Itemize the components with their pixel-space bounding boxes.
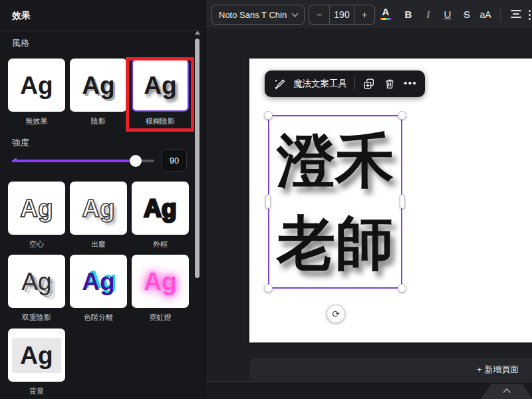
more-options-button[interactable]: ••• <box>404 77 417 91</box>
effect-tile-none[interactable]: Ag 無效果 <box>8 59 65 126</box>
effect-tile-neon-preview[interactable]: Ag <box>132 255 189 308</box>
panel-scrollbar[interactable] <box>194 29 200 388</box>
resize-handle-bottom-left[interactable] <box>264 284 273 293</box>
effect-tile-splice-preview[interactable]: Ag <box>70 182 127 235</box>
add-page-label: + 新增頁面 <box>477 364 519 376</box>
add-page-button[interactable]: + 新增頁面 <box>249 358 532 380</box>
canvas-text-line2: 老師 <box>277 202 394 285</box>
font-size-decrease-button[interactable]: − <box>309 5 329 24</box>
font-family-selector[interactable]: Noto Sans T Chin... <box>211 5 305 25</box>
effect-sample-text: Ag <box>144 196 176 221</box>
style-row-3: Ag 双重陰影 Ag 色階分離 Ag 霓虹燈 <box>8 255 189 323</box>
font-size-increase-button[interactable]: + <box>354 5 374 24</box>
strikethrough-button[interactable]: S <box>458 5 476 25</box>
chevron-down-icon <box>292 11 299 17</box>
effect-tile-label: 外框 <box>153 239 168 249</box>
effect-tile-outline-preview[interactable]: Ag <box>132 182 189 235</box>
effect-sample-text: Ag <box>82 269 114 294</box>
effect-tile-splice[interactable]: Ag 出竅 <box>70 182 127 249</box>
text-color-icon: A <box>376 7 395 17</box>
effect-tile-label: 空心 <box>29 239 44 249</box>
panel-header: 效果 <box>0 0 206 31</box>
effect-tile-posterize-preview[interactable]: Ag <box>70 255 127 308</box>
effect-tile-label: 無效果 <box>26 116 48 126</box>
magic-write-button[interactable]: 魔法文案工具 <box>293 78 347 90</box>
list-icon <box>527 10 532 12</box>
resize-handle-middle-right[interactable] <box>400 194 405 209</box>
effect-tile-background-preview[interactable]: Ag <box>8 329 65 382</box>
rainbow-bar-icon <box>380 18 391 20</box>
toolbar-divider <box>500 7 501 22</box>
text-toolbar: Noto Sans T Chin... − 190 + A B I U S aA <box>206 0 532 29</box>
effect-tile-background[interactable]: Ag 背景 <box>8 329 65 396</box>
effect-tile-label: 霓虹燈 <box>150 313 172 323</box>
style-section-label: 風格 <box>12 37 29 49</box>
resize-handle-middle-left[interactable] <box>265 194 271 209</box>
selected-text-element[interactable]: 澄禾 老師 <box>268 115 402 289</box>
text-color-button[interactable]: A <box>376 5 395 25</box>
effect-sample-text: Ag <box>12 338 61 373</box>
intensity-slider-thumb[interactable] <box>130 155 142 167</box>
app-window: 效果 風格 Ag 無效果 Ag 陰影 Ag 模糊陰影 <box>0 0 532 399</box>
resize-handle-bottom-right[interactable] <box>398 284 406 293</box>
effect-sample-text: Ag <box>21 269 51 294</box>
intensity-slider-row: 90 <box>12 149 187 173</box>
effect-tile-double-shadow[interactable]: Ag 双重陰影 <box>8 255 65 323</box>
resize-handle-top-left[interactable] <box>264 111 273 120</box>
effect-tile-none-preview[interactable]: Ag <box>8 59 65 112</box>
effect-tile-double-shadow-preview[interactable]: Ag <box>8 255 65 308</box>
chevron-up-icon <box>503 388 510 396</box>
style-row-1: Ag 無效果 Ag 陰影 Ag 模糊陰影 <box>8 59 189 126</box>
italic-button[interactable]: I <box>419 5 438 25</box>
duplicate-button[interactable] <box>362 77 376 90</box>
effect-tile-neon[interactable]: Ag 霓虹燈 <box>132 255 189 323</box>
rotate-handle[interactable]: ⟳ <box>327 305 345 323</box>
canvas-area: 魔法文案工具 ••• 澄禾 老師 <box>206 29 532 399</box>
effect-tile-shadow-preview[interactable]: Ag <box>70 59 127 112</box>
font-size-value[interactable]: 190 <box>329 5 354 24</box>
effect-tile-blur-shadow[interactable]: Ag 模糊陰影 <box>132 59 189 126</box>
rotate-icon: ⟳ <box>332 309 340 319</box>
scrollbar-up-arrow-icon[interactable] <box>195 31 200 35</box>
scrollbar-thumb[interactable] <box>195 39 200 278</box>
effect-tile-shadow[interactable]: Ag 陰影 <box>70 59 127 126</box>
align-icon <box>511 10 521 11</box>
effect-tile-label: 模糊陰影 <box>146 116 175 126</box>
bold-button[interactable]: B <box>399 5 418 25</box>
intensity-slider-tick <box>15 158 17 160</box>
style-row-2: Ag 空心 Ag 出竅 Ag 外框 <box>8 182 189 249</box>
text-align-button[interactable] <box>507 5 525 25</box>
effect-sample-text: Ag <box>82 73 114 98</box>
intensity-value-box[interactable]: 90 <box>162 149 187 172</box>
list-button[interactable] <box>527 5 532 25</box>
delete-button[interactable] <box>383 77 396 90</box>
effect-sample-text: Ag <box>82 196 114 221</box>
effect-tile-label: 出竅 <box>91 239 106 249</box>
intensity-slider-track[interactable] <box>12 160 154 162</box>
effect-tile-hollow[interactable]: Ag 空心 <box>8 182 65 249</box>
intensity-slider-fill <box>12 160 136 162</box>
underline-button[interactable]: U <box>438 5 457 25</box>
effect-sample-text: Ag <box>144 73 176 98</box>
canvas-text-line1: 澄禾 <box>277 120 394 202</box>
effect-tile-outline[interactable]: Ag 外框 <box>132 182 189 249</box>
effect-tile-label: 色階分離 <box>84 313 113 323</box>
resize-handle-top-right[interactable] <box>398 111 406 120</box>
effect-tile-hollow-preview[interactable]: Ag <box>8 182 65 235</box>
magic-pen-icon[interactable] <box>273 77 286 90</box>
effect-sample-text: Ag <box>20 73 53 98</box>
effect-tile-blur-shadow-preview[interactable]: Ag <box>132 59 189 112</box>
effect-tile-label: 背景 <box>29 386 44 396</box>
effect-tile-label: 陰影 <box>91 116 106 126</box>
context-toolbar-divider <box>354 77 355 90</box>
font-size-stepper: − 190 + <box>309 5 375 25</box>
effects-panel: 效果 風格 Ag 無效果 Ag 陰影 Ag 模糊陰影 <box>0 0 206 399</box>
style-row-4: Ag 背景 <box>8 329 189 396</box>
effect-sample-text: Ag <box>144 269 176 294</box>
effect-tile-posterize[interactable]: Ag 色階分離 <box>70 255 127 323</box>
effect-tile-label: 双重陰影 <box>22 313 51 323</box>
effect-sample-text: Ag <box>20 196 53 221</box>
text-case-button[interactable]: aA <box>475 5 496 25</box>
intensity-label: 強度 <box>12 137 29 149</box>
panel-title: 效果 <box>12 10 31 22</box>
